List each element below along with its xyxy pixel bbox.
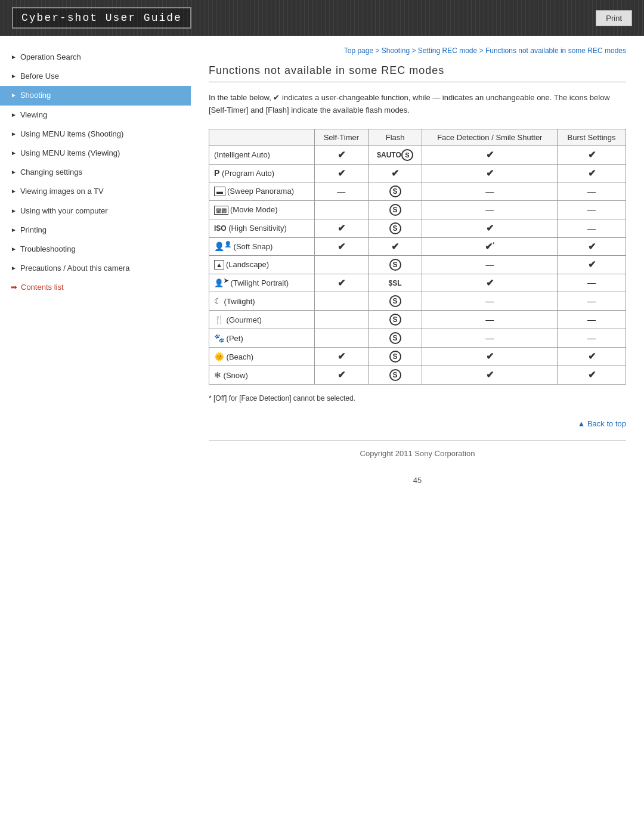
arrow-icon: ►	[11, 111, 17, 119]
burst-cell: —	[558, 200, 626, 219]
self-timer-cell	[315, 310, 369, 329]
self-timer-cell: ✔	[315, 347, 369, 366]
copyright-text: Copyright 2011 Sony Corporation	[360, 449, 475, 458]
sidebar-item-viewing[interactable]: ► Viewing	[0, 106, 191, 125]
sidebar-item-shooting[interactable]: ► Shooting	[0, 86, 191, 105]
mode-cell: 🌞 (Beach)	[209, 347, 315, 366]
breadcrumb[interactable]: Top page > Shooting > Setting REC mode >…	[209, 42, 626, 64]
face-cell: ✔	[422, 366, 558, 384]
arrow-icon: ►	[11, 264, 17, 272]
flash-cell: S	[368, 329, 422, 347]
burst-cell: —	[558, 329, 626, 347]
arrow-icon: ►	[11, 168, 17, 176]
flash-cell: ✔	[368, 237, 422, 255]
flash-cell: S	[368, 310, 422, 329]
burst-cell: —	[558, 274, 626, 292]
main-layout: ► Operation Search ► Before Use ► Shooti…	[0, 36, 644, 509]
col-header-burst: Burst Settings	[558, 129, 626, 145]
sidebar-item-label: Troubleshooting	[20, 244, 76, 255]
table-row: ❄ (Snow) ✔ S ✔ ✔	[209, 366, 626, 384]
mode-cell: ▬(Sweep Panorama)	[209, 182, 315, 200]
self-timer-cell	[315, 200, 369, 219]
mode-cell: 👤➤ (Twilight Portrait)	[209, 274, 315, 292]
self-timer-cell: ✔	[315, 145, 369, 164]
flash-cell: $AUTOS	[368, 145, 422, 164]
print-button[interactable]: Print	[596, 10, 632, 26]
mode-cell: ▩▩(Movie Mode)	[209, 200, 315, 219]
sidebar-item-label: Viewing	[20, 110, 47, 120]
burst-cell: ✔	[558, 366, 626, 384]
table-row: 🍴 (Gourmet) S — —	[209, 310, 626, 329]
table-row: P (Program Auto) ✔ ✔ ✔ ✔	[209, 164, 626, 182]
app-title: Cyber-shot User Guide	[12, 7, 191, 29]
sidebar-item-before-use[interactable]: ► Before Use	[0, 67, 191, 86]
burst-cell: ✔	[558, 347, 626, 366]
back-to-top[interactable]: ▲ Back to top	[209, 414, 626, 428]
face-cell: —	[422, 200, 558, 219]
rec-modes-table: Self-Timer Flash Face Detection / Smile …	[209, 129, 626, 385]
face-cell: —	[422, 310, 558, 329]
face-cell: ✔	[422, 274, 558, 292]
self-timer-cell: ✔	[315, 237, 369, 255]
self-timer-cell: ✔	[315, 164, 369, 182]
face-cell: —	[422, 329, 558, 347]
table-row: 👤👤 (Soft Snap) ✔ ✔ ✔* ✔	[209, 237, 626, 255]
contents-list-link[interactable]: ➡ Contents list	[0, 278, 191, 296]
face-cell: —	[422, 182, 558, 200]
sidebar-item-precautions[interactable]: ► Precautions / About this camera	[0, 259, 191, 278]
burst-cell: ✔	[558, 237, 626, 255]
burst-cell: —	[558, 182, 626, 200]
flash-cell: S	[368, 182, 422, 200]
sidebar-item-label: Using MENU items (Shooting)	[20, 129, 123, 140]
sidebar-item-printing[interactable]: ► Printing	[0, 221, 191, 240]
burst-cell: —	[558, 310, 626, 329]
sidebar-item-menu-shooting[interactable]: ► Using MENU items (Shooting)	[0, 125, 191, 144]
col-header-face: Face Detection / Smile Shutter	[422, 129, 558, 145]
table-row: 🌞 (Beach) ✔ S ✔ ✔	[209, 347, 626, 366]
sidebar: ► Operation Search ► Before Use ► Shooti…	[0, 42, 191, 509]
mode-cell: ▲(Landscape)	[209, 255, 315, 274]
burst-cell: ✔	[558, 145, 626, 164]
sidebar-item-troubleshooting[interactable]: ► Troubleshooting	[0, 240, 191, 259]
mode-cell: 🐾 (Pet)	[209, 329, 315, 347]
flash-cell: S	[368, 200, 422, 219]
description-text: In the table below, ✔ indicates a user-c…	[209, 92, 626, 117]
arrow-icon: ►	[11, 226, 17, 234]
table-row: ▲(Landscape) S — ✔	[209, 255, 626, 274]
mode-cell: ISO (High Sensitivity)	[209, 219, 315, 237]
col-header-flash: Flash	[368, 129, 422, 145]
face-cell: —	[422, 255, 558, 274]
table-row: ▬(Sweep Panorama) — S — —	[209, 182, 626, 200]
self-timer-cell	[315, 292, 369, 310]
sidebar-item-label: Using MENU items (Viewing)	[20, 148, 120, 159]
flash-cell: S	[368, 292, 422, 310]
self-timer-cell: —	[315, 182, 369, 200]
page-title: Functions not available in some REC mode…	[209, 64, 626, 82]
self-timer-cell: ✔	[315, 219, 369, 237]
arrow-icon: ►	[11, 72, 17, 80]
table-row: (Intelligent Auto) ✔ $AUTOS ✔ ✔	[209, 145, 626, 164]
self-timer-cell	[315, 329, 369, 347]
mode-cell: ☾ (Twilight)	[209, 292, 315, 310]
burst-cell: —	[558, 219, 626, 237]
sidebar-item-label: Viewing images on a TV	[20, 186, 104, 197]
sidebar-item-operation-search[interactable]: ► Operation Search	[0, 48, 191, 67]
arrow-icon: ►	[11, 91, 17, 100]
flash-cell: S	[368, 347, 422, 366]
content-area: Top page > Shooting > Setting REC mode >…	[191, 42, 644, 509]
table-footnote: * [Off] for [Face Detection] cannot be s…	[209, 394, 626, 402]
self-timer-cell: ✔	[315, 274, 369, 292]
sidebar-item-changing-settings[interactable]: ► Changing settings	[0, 163, 191, 182]
sidebar-item-viewing-tv[interactable]: ► Viewing images on a TV	[0, 182, 191, 201]
flash-cell: $SL	[368, 274, 422, 292]
burst-cell: —	[558, 292, 626, 310]
face-cell: ✔	[422, 164, 558, 182]
arrow-icon: ►	[11, 53, 17, 61]
flash-cell: ✔	[368, 164, 422, 182]
sidebar-item-label: Operation Search	[20, 52, 81, 63]
flash-cell: S	[368, 219, 422, 237]
sidebar-item-menu-viewing[interactable]: ► Using MENU items (Viewing)	[0, 144, 191, 163]
face-cell: ✔*	[422, 237, 558, 255]
self-timer-cell	[315, 255, 369, 274]
sidebar-item-computer[interactable]: ► Using with your computer	[0, 202, 191, 221]
